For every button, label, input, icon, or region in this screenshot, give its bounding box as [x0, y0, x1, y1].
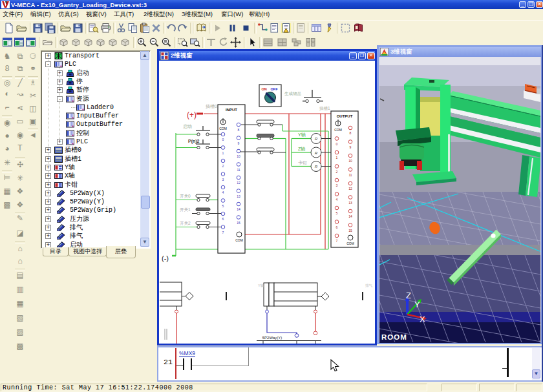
- tree-item-label[interactable]: X轴: [65, 172, 75, 180]
- tree-expand-toggle[interactable]: +: [45, 199, 51, 205]
- stop-icon[interactable]: [240, 23, 251, 34]
- tile-v-icon[interactable]: [277, 37, 288, 48]
- view-iso1-icon[interactable]: [58, 37, 69, 48]
- ladder-contact-bar-left[interactable]: [183, 358, 184, 370]
- app-restore-button[interactable]: ❐: [527, 1, 535, 8]
- model-bag-icon[interactable]: ◕: [2, 144, 12, 154]
- ladder-scroll-down-icon[interactable]: ▼: [532, 369, 540, 378]
- model-gear-icon[interactable]: ◎: [2, 78, 12, 88]
- 3d-scene-canvas[interactable]: Z Y X ROOM: [379, 57, 540, 343]
- zoom-selected-icon[interactable]: [189, 37, 200, 48]
- tree-row[interactable]: + Y轴: [41, 163, 149, 172]
- tree-row[interactable]: + X轴: [41, 172, 149, 180]
- layout-left-icon[interactable]: [14, 37, 25, 48]
- draw-stack1-icon[interactable]: ⧉: [15, 52, 25, 62]
- device-rail3-icon[interactable]: ▦: [15, 299, 25, 309]
- pause-icon[interactable]: [227, 23, 238, 34]
- tool-package-icon[interactable]: ◫: [28, 104, 38, 114]
- report-icon[interactable]: [269, 23, 280, 34]
- tree-item-label[interactable]: 插槽0: [65, 146, 81, 154]
- draw-text-icon[interactable]: T: [15, 143, 25, 154]
- undo-icon[interactable]: [165, 23, 176, 34]
- tree-row[interactable]: + 启动: [41, 69, 149, 77]
- measure-icon[interactable]: [206, 37, 217, 48]
- tree-item-label[interactable]: 资源: [76, 95, 89, 103]
- model-ball-icon[interactable]: 8: [2, 64, 12, 74]
- view-iso4-icon[interactable]: [95, 37, 106, 48]
- tree-item-label[interactable]: 暂停: [76, 86, 89, 94]
- draw-polyline-icon[interactable]: ↝: [15, 90, 25, 100]
- draw-line-icon[interactable]: ╱: [15, 78, 25, 88]
- menu-edit[interactable]: 编辑(E): [30, 10, 51, 19]
- tree-row[interactable]: - 资源: [41, 95, 149, 103]
- tab-cascade[interactable]: 层叠: [106, 246, 136, 258]
- draw-rect-icon[interactable]: ▭: [15, 117, 25, 127]
- tree-row[interactable]: + 5P2Way(X): [41, 189, 149, 198]
- model-joint1-icon[interactable]: ⊨: [2, 173, 12, 183]
- save-project-icon[interactable]: [72, 23, 83, 34]
- tree-expand-toggle[interactable]: +: [57, 139, 63, 145]
- tree-row[interactable]: - PLC: [41, 60, 149, 68]
- save-all-icon[interactable]: [45, 23, 56, 34]
- tree-expand-toggle[interactable]: +: [57, 70, 63, 76]
- select-region-icon[interactable]: [340, 23, 351, 34]
- tree-expand-toggle[interactable]: +: [45, 156, 51, 162]
- cascade-icon[interactable]: [291, 37, 302, 48]
- tile-h-icon[interactable]: [262, 37, 273, 48]
- view-iso3-icon[interactable]: [83, 37, 94, 48]
- menu-help[interactable]: 帮助(H): [249, 10, 270, 19]
- tree-item-label[interactable]: 压力源: [70, 215, 89, 223]
- tree-expand-toggle[interactable]: +: [45, 165, 51, 170]
- draw-arc-icon[interactable]: ⋖: [15, 103, 25, 114]
- tree-row[interactable]: + 5P2Way(Y): [41, 198, 149, 206]
- model-angle-icon[interactable]: ⌐: [2, 103, 12, 113]
- tree-item-label[interactable]: Ladder0: [87, 103, 114, 112]
- tool-person-icon[interactable]: ♗: [28, 78, 38, 88]
- tree-row[interactable]: + 压力源: [41, 215, 149, 223]
- view-iso2-icon[interactable]: [70, 37, 81, 48]
- tree-row[interactable]: + 插槽1: [41, 155, 149, 163]
- tree-item-label[interactable]: 停: [76, 77, 83, 86]
- tree-item-label[interactable]: PLC: [76, 138, 88, 146]
- tree-item-label[interactable]: InputBuffer: [76, 112, 119, 120]
- menu-2dmodel[interactable]: 2维模型(N): [144, 10, 174, 19]
- copy-icon[interactable]: [127, 23, 138, 34]
- tree-expand-toggle[interactable]: +: [45, 53, 51, 59]
- device-rail6-icon[interactable]: ▩: [15, 342, 25, 352]
- menu-sim[interactable]: 仿真(S): [58, 10, 79, 19]
- device-factory1-icon[interactable]: ⌂: [15, 244, 25, 254]
- menu-view[interactable]: 视窗(V): [86, 10, 107, 19]
- model-half-icon[interactable]: ◐: [2, 89, 12, 99]
- tree-expand-toggle[interactable]: +: [45, 173, 51, 179]
- view-iso6-icon[interactable]: [120, 37, 131, 48]
- tree-item-label[interactable]: 5P2Way(X): [70, 189, 105, 198]
- tree-expand-toggle[interactable]: -: [57, 96, 63, 102]
- ladder-contact-bar-right[interactable]: [191, 358, 192, 370]
- draw-net1-icon[interactable]: ✣: [15, 160, 25, 170]
- arrange-icon[interactable]: [305, 37, 316, 48]
- folder-view-icon[interactable]: [42, 37, 53, 48]
- menu-file[interactable]: 文件(F): [3, 10, 23, 19]
- tree-row[interactable]: OutputBuffer: [41, 120, 149, 129]
- tree-item-label[interactable]: OutputBuffer: [76, 120, 123, 129]
- draw-pencil-icon[interactable]: ✎: [15, 214, 25, 224]
- save-icon[interactable]: [32, 23, 43, 34]
- report-warn-icon[interactable]: [281, 23, 292, 34]
- select-cursor-icon[interactable]: [247, 37, 258, 48]
- import-model-icon[interactable]: [196, 23, 207, 34]
- tab-select-in-view[interactable]: 视图中选择: [69, 247, 107, 256]
- draw-net2-icon[interactable]: ✳: [15, 174, 25, 184]
- tree-row[interactable]: + PLC: [41, 138, 149, 146]
- redo-icon[interactable]: [177, 23, 188, 34]
- tool-link-icon[interactable]: ⚭: [28, 64, 38, 74]
- draw-stack2-icon[interactable]: ⧉: [15, 64, 25, 74]
- rotate-view-icon[interactable]: [218, 37, 229, 48]
- draw-link1-icon[interactable]: ❖: [15, 187, 25, 197]
- layout-split-icon[interactable]: [2, 37, 13, 48]
- new-file-icon[interactable]: [3, 23, 14, 34]
- tree-row[interactable]: + 排气: [41, 223, 149, 232]
- report-gray-icon[interactable]: [295, 23, 306, 34]
- tree-row[interactable]: 控制: [41, 129, 149, 138]
- cut-icon[interactable]: [116, 23, 127, 34]
- tree-row[interactable]: Ladder0: [41, 103, 149, 112]
